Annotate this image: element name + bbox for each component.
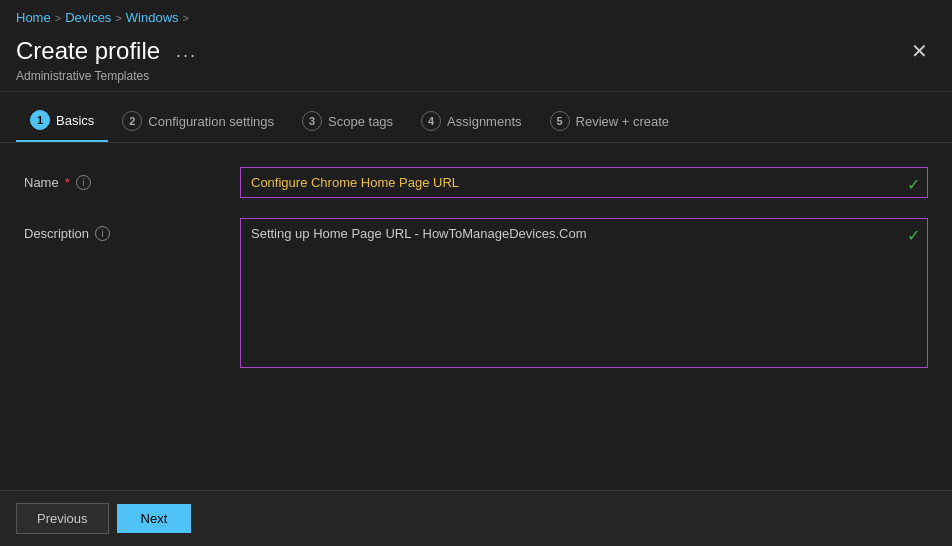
step-scope-tags[interactable]: 3 Scope tags: [288, 103, 407, 141]
description-label-container: Description i: [24, 218, 224, 241]
name-input[interactable]: [240, 167, 928, 198]
header-section: Create profile ... ✕ Administrative Temp…: [0, 31, 952, 92]
step-label-4: Assignments: [447, 114, 521, 129]
step-label-3: Scope tags: [328, 114, 393, 129]
breadcrumb-sep-1: >: [55, 12, 61, 24]
step-basics[interactable]: 1 Basics: [16, 102, 108, 142]
page-title: Create profile ...: [16, 37, 205, 66]
name-check-icon: ✓: [907, 175, 920, 194]
subtitle: Administrative Templates: [16, 69, 936, 83]
description-label: Description: [24, 226, 89, 241]
breadcrumb-sep-2: >: [115, 12, 121, 24]
description-input-container: Setting up Home Page URL - HowToManageDe…: [240, 218, 928, 372]
description-info-icon[interactable]: i: [95, 226, 110, 241]
step-number-5: 5: [550, 111, 570, 131]
name-label: Name: [24, 175, 59, 190]
page-container: Home > Devices > Windows > Create profil…: [0, 0, 952, 546]
description-check-icon: ✓: [907, 226, 920, 245]
name-input-container: ✓: [240, 167, 928, 198]
breadcrumb-home[interactable]: Home: [16, 10, 51, 25]
step-label-1: Basics: [56, 113, 94, 128]
name-info-icon[interactable]: i: [76, 175, 91, 190]
step-number-4: 4: [421, 111, 441, 131]
footer-bar: Previous Next: [0, 490, 952, 546]
step-number-3: 3: [302, 111, 322, 131]
step-assignments[interactable]: 4 Assignments: [407, 103, 535, 141]
close-button[interactable]: ✕: [903, 35, 936, 67]
step-label-2: Configuration settings: [148, 114, 274, 129]
step-number-2: 2: [122, 111, 142, 131]
description-row: Description i Setting up Home Page URL -…: [24, 218, 928, 372]
title-text: Create profile: [16, 37, 160, 65]
steps-bar: 1 Basics 2 Configuration settings 3 Scop…: [0, 92, 952, 143]
more-options-button[interactable]: ...: [168, 37, 205, 66]
description-textarea[interactable]: Setting up Home Page URL - HowToManageDe…: [240, 218, 928, 368]
breadcrumb-sep-3: >: [183, 12, 189, 24]
previous-button[interactable]: Previous: [16, 503, 109, 534]
name-row: Name * i ✓: [24, 167, 928, 198]
step-configuration[interactable]: 2 Configuration settings: [108, 103, 288, 141]
breadcrumb: Home > Devices > Windows >: [0, 0, 952, 31]
step-number-1: 1: [30, 110, 50, 130]
breadcrumb-windows[interactable]: Windows: [126, 10, 179, 25]
step-review-create[interactable]: 5 Review + create: [536, 103, 684, 141]
name-label-container: Name * i: [24, 167, 224, 190]
content-area: Name * i ✓ Description i Setting up Home…: [0, 143, 952, 490]
breadcrumb-devices[interactable]: Devices: [65, 10, 111, 25]
next-button[interactable]: Next: [117, 504, 192, 533]
step-label-5: Review + create: [576, 114, 670, 129]
name-required: *: [65, 175, 70, 190]
header-top-row: Create profile ... ✕: [16, 35, 936, 67]
